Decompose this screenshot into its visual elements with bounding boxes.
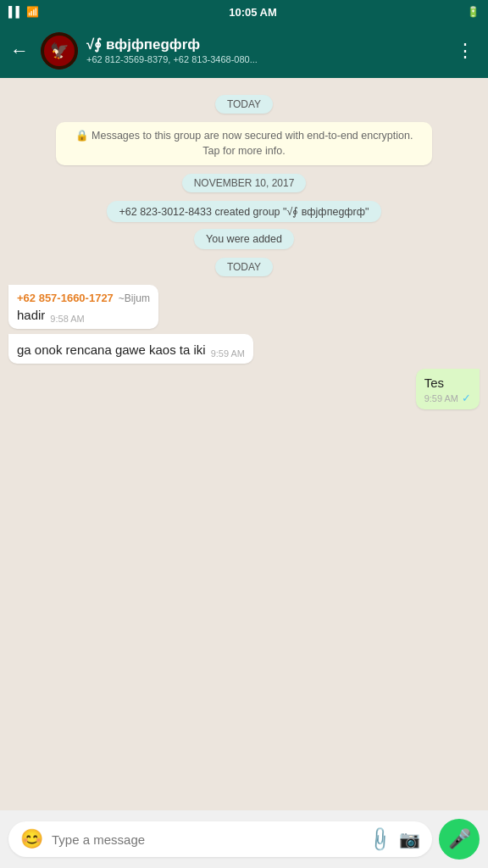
message-input-wrap: 😊 📎 📷	[8, 821, 432, 857]
msg-time-gaonok: 9:59 AM	[211, 348, 245, 359]
you-were-added-notice: You were added	[8, 229, 480, 249]
msg-received-gaonok: ga onok rencana gawe kaos ta iki 9:59 AM	[8, 334, 480, 364]
date-separator-today2: TODAY	[8, 258, 480, 276]
msg-bubble-hadir[interactable]: +62 857-1660-1727 ~Bijum hadir 9:58 AM	[8, 285, 158, 329]
today-label-2: TODAY	[215, 258, 273, 276]
status-right: 🔋	[467, 6, 480, 18]
message-input[interactable]	[52, 832, 361, 847]
encryption-bubble: 🔒 Messages to this group are now secured…	[56, 122, 433, 165]
nov10-label: NOVEMBER 10, 2017	[182, 174, 307, 192]
msg-received-hadir: +62 857-1660-1727 ~Bijum hadir 9:58 AM	[8, 285, 480, 329]
input-bar: 😊 📎 📷 🎤	[0, 810, 488, 868]
you-were-added-bubble: You were added	[194, 229, 294, 249]
sender-number: +62 857-1660-1727	[17, 292, 114, 304]
msg-meta-tes: 9:59 AM ✓	[424, 392, 471, 404]
msg-sent-content: Tes	[424, 376, 471, 390]
camera-button[interactable]: 📷	[399, 829, 420, 849]
msg-bubble-gaonok[interactable]: ga onok rencana gawe kaos ta iki 9:59 AM	[8, 334, 253, 364]
msg-time-tes: 9:59 AM	[424, 393, 458, 403]
date-separator-today1: TODAY	[8, 95, 480, 114]
msg-text-tes: Tes	[424, 376, 444, 390]
msg-time-hadir: 9:58 AM	[50, 314, 84, 324]
msg-text-gaonok: ga onok rencana gawe kaos ta iki	[17, 341, 206, 359]
msg-sender-hadir: +62 857-1660-1727 ~Bijum	[17, 292, 150, 304]
group-created-notice: +62 823-3012-8433 created group "√∮ вфjф…	[8, 201, 480, 222]
group-name: √∮ вфjфпеgфrф	[86, 36, 441, 53]
status-bar: ▌▌ 📶 10:05 AM 🔋	[0, 0, 488, 24]
svg-text:🦅: 🦅	[50, 42, 69, 60]
mic-button[interactable]: 🎤	[439, 819, 480, 860]
msg-content-gaonok: ga onok rencana gawe kaos ta iki 9:59 AM	[17, 341, 245, 359]
msg-sent-tes: Tes 9:59 AM ✓	[8, 369, 480, 409]
mic-icon: 🎤	[448, 828, 471, 850]
avatar-image: 🦅	[41, 32, 78, 70]
group-contacts: +62 812-3569-8379, +62 813-3468-080...	[86, 53, 441, 65]
tick-icon-tes: ✓	[462, 392, 471, 404]
msg-text-hadir: hadir	[17, 306, 45, 324]
chat-area: TODAY 🔒 Messages to this group are now s…	[0, 78, 488, 810]
group-created-bubble: +62 823-3012-8433 created group "√∮ вфjф…	[107, 201, 380, 222]
wifi-icon: 📶	[26, 6, 39, 18]
today-label-1: TODAY	[215, 95, 273, 114]
sender-alias: ~Bijum	[119, 292, 150, 304]
back-button[interactable]: ←	[7, 36, 32, 65]
msg-bubble-tes[interactable]: Tes 9:59 AM ✓	[416, 369, 480, 409]
date-separator-nov10: NOVEMBER 10, 2017	[8, 174, 480, 192]
msg-content-hadir: hadir 9:58 AM	[17, 306, 150, 324]
header-info[interactable]: √∮ вфjфпеgфrф +62 812-3569-8379, +62 813…	[86, 36, 441, 66]
more-options-button[interactable]: ⋮	[449, 36, 481, 65]
status-left: ▌▌ 📶	[8, 6, 39, 18]
signal-icons: ▌▌	[8, 6, 23, 18]
group-avatar[interactable]: 🦅	[41, 32, 78, 70]
chat-header: ← 🦅 √∮ вфjфпеgфrф +62 812-3569-8379, +62…	[0, 24, 488, 78]
status-time: 10:05 AM	[229, 6, 277, 19]
emoji-button[interactable]: 😊	[20, 828, 43, 850]
attach-button[interactable]: 📎	[365, 825, 395, 854]
encryption-notice[interactable]: 🔒 Messages to this group are now secured…	[8, 122, 480, 165]
battery-icon: 🔋	[467, 6, 480, 18]
